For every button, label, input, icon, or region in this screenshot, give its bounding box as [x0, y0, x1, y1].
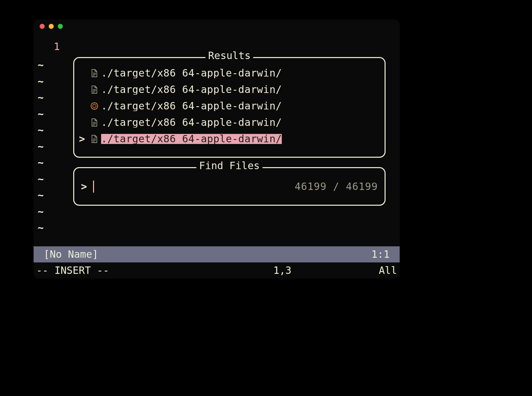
result-path: ./target/x86_64-apple-darwin/	[101, 85, 381, 95]
result-path: ./target/x86_64-apple-darwin/	[101, 68, 381, 78]
line-number: 1	[54, 42, 60, 52]
find-prompt: >	[81, 182, 87, 192]
window-titlebar	[34, 19, 400, 33]
find-files-title: Find Files	[196, 161, 263, 171]
results-title: Results	[206, 51, 253, 61]
results-list: ./target/x86_64-apple-darwin/ ./target/x…	[74, 58, 385, 150]
mode-line: -- INSERT -- 1,3 All	[34, 262, 400, 279]
result-row[interactable]: ./target/x86_64-apple-darwin/	[78, 98, 381, 114]
file-icon	[91, 118, 98, 127]
results-panel: Results ./target/x86_64-apple-darwin/ ./…	[73, 57, 386, 158]
terminal-window: 1 ~~~~~~~~~~~ Results ./target/x86_64-ap…	[34, 19, 400, 279]
status-bar: [No Name] 1:1	[34, 246, 400, 262]
find-files-panel: Find Files > 46199 / 46199	[73, 167, 386, 206]
vim-mode: -- INSERT --	[36, 265, 109, 276]
find-count: 46199 / 46199	[295, 182, 378, 192]
editor-area: 1 ~~~~~~~~~~~ Results ./target/x86_64-ap…	[34, 33, 400, 279]
result-row[interactable]: ./target/x86_64-apple-darwin/	[78, 81, 381, 98]
empty-line-tildes: ~~~~~~~~~~~	[38, 57, 44, 236]
result-path: ./target/x86_64-apple-darwin/	[101, 134, 381, 144]
result-row[interactable]: ./target/x86_64-apple-darwin/	[78, 114, 381, 131]
minimize-icon[interactable]	[49, 24, 54, 29]
file-icon	[91, 135, 98, 143]
result-path: ./target/x86_64-apple-darwin/	[101, 117, 381, 128]
result-row[interactable]: ./target/x86_64-apple-darwin/	[78, 65, 381, 81]
result-path: ./target/x86_64-apple-darwin/	[101, 101, 381, 111]
file-icon	[91, 69, 98, 78]
ruler-percent: All	[379, 265, 397, 276]
file-icon	[91, 85, 98, 94]
ruler-position: 1,3	[273, 265, 292, 276]
rust-icon	[90, 102, 98, 110]
cursor-position: 1:1	[371, 249, 390, 259]
result-row[interactable]: > ./target/x86_64-apple-darwin/	[78, 131, 381, 147]
text-cursor[interactable]	[93, 181, 94, 193]
maximize-icon[interactable]	[58, 24, 63, 29]
selection-pointer: >	[78, 134, 88, 144]
buffer-name: [No Name]	[44, 249, 98, 259]
close-icon[interactable]	[40, 24, 45, 29]
